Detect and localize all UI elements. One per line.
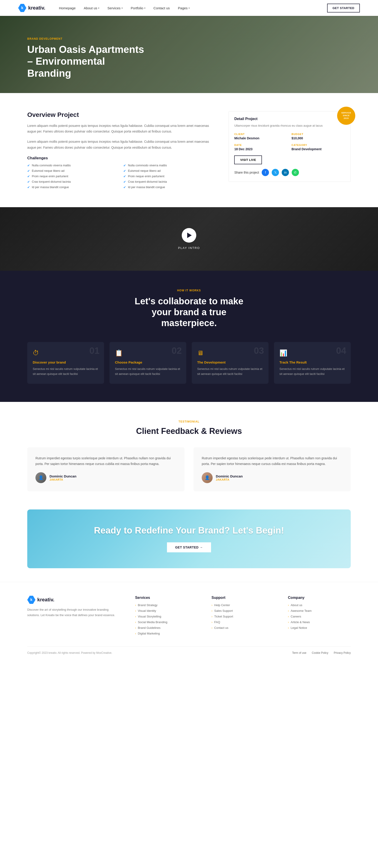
footer-link[interactable]: ›Digital Marketing	[135, 632, 198, 635]
challenge-item: ✔Nulla commodo viverra mattis	[123, 164, 210, 167]
testimonial-card-1: Rutrum imperdiet egestas turpis sceleris…	[27, 447, 184, 491]
footer-link[interactable]: ›Ticket Support	[211, 615, 274, 618]
challenge-item: ✔Cras torquent dictumst lacinia	[27, 180, 114, 184]
step-icon: 📊	[280, 349, 345, 357]
nav-about[interactable]: About us ▾	[84, 6, 99, 10]
cta-title: Ready to Redefine Your Brand? Let's Begi…	[41, 525, 337, 535]
arrow-icon: ›	[135, 632, 136, 635]
footer-link[interactable]: ›Awesome Team	[288, 609, 351, 613]
footer-company-col: Company ›About us ›Awesome Team ›Careers…	[288, 596, 351, 638]
arrow-icon: ›	[288, 609, 289, 613]
footer-link[interactable]: ›Careers	[288, 615, 351, 618]
facebook-icon[interactable]: f	[262, 169, 269, 176]
footer-support-title: Support	[211, 596, 274, 600]
whatsapp-icon[interactable]: ✆	[292, 169, 299, 176]
date-label: DATE	[234, 144, 288, 146]
testimonial-author: 👤 Dominic Duncan JAKARTA	[35, 472, 176, 483]
footer: k kreativ. Discover the art of storytell…	[0, 582, 378, 661]
footer-link[interactable]: ›Help Center	[211, 603, 274, 607]
footer-bottom-links: Term of use Cookie Policy Privacy Policy	[292, 651, 351, 654]
arrow-icon: ›	[288, 621, 289, 624]
how-card-1: 01 ⏱ Discover your brand Senectus mi nis…	[27, 342, 104, 384]
arrow-icon: ›	[135, 609, 136, 613]
testimonial-card-2: Rutrum imperdiet egestas turpis sceleris…	[194, 447, 351, 491]
footer-link[interactable]: ›Brand Strategy	[135, 603, 198, 607]
check-icon: ✔	[27, 175, 30, 178]
footer-link[interactable]: ›Article & News	[288, 620, 351, 624]
check-icon: ✔	[27, 185, 30, 189]
nav-cta-button[interactable]: GET STARTED	[327, 4, 360, 12]
challenge-item: ✔Nulla commodo viverra mattis	[27, 164, 114, 167]
cta-button[interactable]: GET STARTED →	[167, 542, 211, 552]
arrow-icon: ›	[135, 626, 136, 629]
how-tag: HOW IT WORKS	[27, 289, 351, 292]
overview-title: Overview Project	[27, 111, 210, 119]
step-title: Discover your brand	[33, 360, 98, 364]
footer-link[interactable]: ›Sales Support	[211, 609, 274, 613]
footer-cookie-link[interactable]: Cookie Policy	[312, 651, 328, 654]
how-it-works-section: HOW IT WORKS Let's collaborate to make y…	[0, 271, 378, 402]
footer-bottom: Copyright© 2023 kreativ. All rights rese…	[27, 647, 351, 654]
footer-link[interactable]: ›Social Media Branding	[135, 620, 198, 624]
play-button[interactable]	[182, 228, 196, 243]
arrow-icon: ›	[135, 621, 136, 624]
how-title: Let's collaborate to make your brand a t…	[132, 296, 246, 329]
step-title: Track The Result	[280, 360, 345, 364]
check-icon: ✔	[123, 185, 126, 189]
footer-link[interactable]: ›Visual Storytelling	[135, 615, 198, 618]
overview-right: SERVICE SINCE 2015 Detail Project Ullamc…	[229, 111, 351, 189]
logo-icon: k	[18, 4, 26, 12]
step-icon: 🖥	[197, 349, 263, 357]
footer-company-title: Company	[288, 596, 351, 600]
nav-pages[interactable]: Pages ▾	[178, 6, 190, 10]
check-icon: ✔	[123, 169, 126, 173]
step-text: Senectus mi nisl iaculis rutrum vulputat…	[197, 367, 263, 376]
footer-privacy-link[interactable]: Privacy Policy	[334, 651, 351, 654]
footer-logo-icon: k	[27, 596, 35, 604]
arrow-icon: ›	[211, 603, 212, 607]
arrow-icon: ›	[135, 603, 136, 607]
challenge-item: ✔Cras torquent dictumst lacinia	[123, 180, 210, 184]
logo[interactable]: k kreativ.	[18, 4, 45, 12]
footer-link[interactable]: ›About us	[288, 603, 351, 607]
footer-brand: k kreativ. Discover the art of storytell…	[27, 596, 121, 638]
logo-text: kreativ.	[28, 5, 45, 11]
footer-term-link[interactable]: Term of use	[292, 651, 307, 654]
twitter-icon[interactable]: 𝕏	[272, 169, 279, 176]
category-label: CATEGORY	[291, 144, 345, 146]
check-icon: ✔	[27, 169, 30, 173]
footer-link[interactable]: ›Brand Guidelines	[135, 626, 198, 629]
hero-title: Urban Oasis Apartments – Environmental B…	[27, 43, 150, 80]
detail-desc: Ullamcorper risus tincidunt gravida rhon…	[234, 123, 345, 128]
nav-portfolio[interactable]: Portfolio ▾	[131, 6, 145, 10]
challenge-item: ✔Id per massa blandit congue	[27, 185, 114, 189]
arrow-icon: ›	[135, 615, 136, 618]
footer-grid: k kreativ. Discover the art of storytell…	[27, 596, 351, 638]
step-text: Senectus mi nisl iaculis rutrum vulputat…	[280, 367, 345, 376]
footer-link[interactable]: ›Visual Identity	[135, 609, 198, 613]
author-name: Dominic Duncan	[216, 474, 242, 478]
author-location: JAKARTA	[50, 478, 76, 481]
footer-link[interactable]: ›Legal Notice	[288, 626, 351, 629]
footer-link[interactable]: ›Contact us	[211, 626, 274, 629]
avatar: 👤	[202, 472, 213, 483]
linkedin-icon[interactable]: in	[282, 169, 289, 176]
footer-link[interactable]: ›FAQ	[211, 620, 274, 624]
check-icon: ✔	[27, 180, 30, 184]
footer-copyright: Copyright© 2023 kreativ. All rights rese…	[27, 651, 112, 654]
visit-live-button[interactable]: VISIT LIVE	[234, 155, 262, 164]
testimonial-grid: Rutrum imperdiet egestas turpis sceleris…	[27, 447, 351, 491]
nav-homepage[interactable]: Homepage	[59, 6, 76, 10]
challenge-item: ✔Euismod neque libero ad	[123, 169, 210, 173]
check-icon: ✔	[123, 164, 126, 167]
footer-logo[interactable]: k kreativ.	[27, 596, 108, 604]
challenge-item: ✔Id per massa blandit congue	[123, 185, 210, 189]
testimonial-text: Rutrum imperdiet egestas turpis sceleris…	[202, 456, 343, 467]
testimonial-title: Client Feedback & Reviews	[27, 426, 351, 436]
nav-contact[interactable]: Contact us	[153, 6, 170, 10]
nav-services[interactable]: Services ▾	[108, 6, 123, 10]
arrow-icon: ›	[211, 609, 212, 613]
arrow-icon: ›	[211, 615, 212, 618]
how-card-4: 04 📊 Track The Result Senectus mi nisl i…	[274, 342, 351, 384]
footer-brand-desc: Discover the art of storytelling through…	[27, 607, 121, 618]
